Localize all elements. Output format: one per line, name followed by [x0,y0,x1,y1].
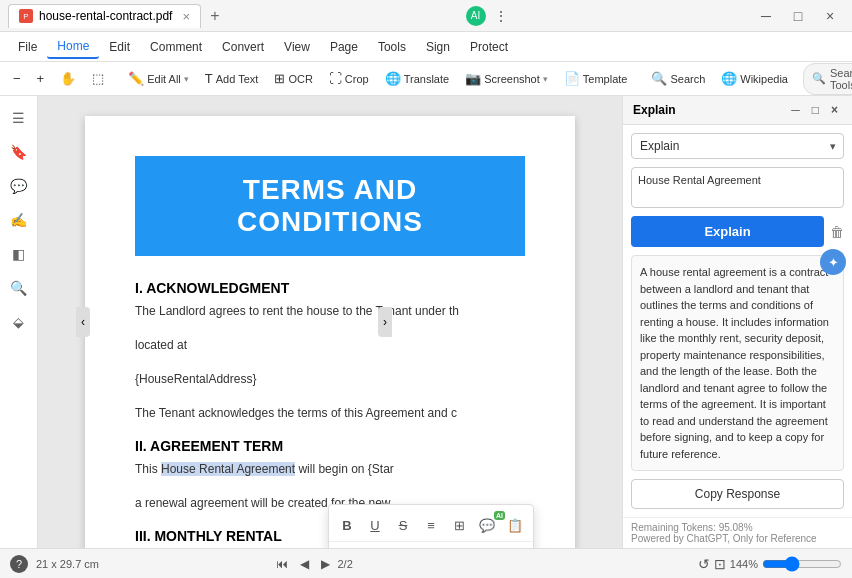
ocr-button[interactable]: ⊞ OCR [267,68,319,89]
panel-close-button[interactable]: × [827,102,842,118]
menu-home[interactable]: Home [47,35,99,59]
next-page-button[interactable]: ▶ [317,555,334,573]
close-window-button[interactable]: × [816,6,844,26]
powered-by: Powered by ChatGPT, Only for Reference [631,533,844,544]
tab-label: house-rental-contract.pdf [39,9,172,23]
crop-icon: ⛶ [329,71,342,86]
explain-button[interactable]: Explain [631,216,824,247]
search-tools-input[interactable]: 🔍 Search Tools [803,63,852,95]
ai-chat-button[interactable]: 💬 [475,513,499,537]
underline-button[interactable]: U [363,513,387,537]
chatgpt-icon: AI [466,6,486,26]
translate-icon: 🌐 [385,71,401,86]
explain-type-select[interactable]: Explain [631,133,844,159]
new-tab-button[interactable]: + [205,6,225,26]
menu-protect[interactable]: Protect [460,36,518,58]
sidebar-page-icon[interactable]: ☰ [5,104,33,132]
menu-sign[interactable]: Sign [416,36,460,58]
menu-bar: File Home Edit Comment Convert View Page… [0,32,852,62]
template-button[interactable]: 📄 Template [557,68,635,89]
bottom-bar: ? 21 x 29.7 cm ⏮ ◀ ▶ 2/2 ↺ ⊡ 144% [0,548,852,578]
sidebar-bookmark-icon[interactable]: 🔖 [5,138,33,166]
section2-body: This House Rental Agreement will begin o… [135,460,525,478]
first-page-button[interactable]: ⏮ [272,555,292,573]
add-text-icon: T [205,71,213,86]
menu-edit[interactable]: Edit [99,36,140,58]
template-icon: 📄 [564,71,580,86]
toolbar: − + ✋ ⬚ ✏️ Edit All ▾ T Add Text ⊞ OCR ⛶… [0,62,852,96]
crop-button[interactable]: ⛶ Crop [322,68,376,89]
sidebar-collapse-button[interactable]: ‹ [76,307,90,337]
copy-response-button[interactable]: Copy Response [631,479,844,509]
sidebar-comment-icon[interactable]: 💬 [5,172,33,200]
wikipedia-button[interactable]: 🌐 Wikipedia [714,68,795,89]
fit-page-button[interactable]: ⊡ [714,556,726,572]
hand-tool-button[interactable]: ✋ [53,68,83,89]
explain-action-row: Explain 🗑 [631,216,844,247]
sidebar-layer-icon[interactable]: ◧ [5,240,33,268]
menu-view[interactable]: View [274,36,320,58]
panel-collapse-button[interactable]: › [378,307,392,337]
edit-all-button[interactable]: ✏️ Edit All ▾ [121,68,196,89]
panel-footer: Remaining Tokens: 95.08% Powered by Chat… [623,517,852,548]
translate-button[interactable]: 🌐 Translate [378,68,456,89]
more-options-button[interactable]: ⋮ [490,6,512,26]
tab-close-icon[interactable]: × [182,9,190,24]
main-area: ☰ 🔖 💬 ✍ ◧ 🔍 ⬙ ‹ TERMS AND CONDITIONS I. … [0,96,852,548]
sidebar-layers-icon[interactable]: ⬙ [5,308,33,336]
menu-comment[interactable]: Comment [140,36,212,58]
panel-controls: ─ □ × [787,102,842,118]
strikethrough-button[interactable]: S [391,513,415,537]
zoom-out-button[interactable]: − [6,68,28,89]
help-button[interactable]: ? [10,555,28,573]
edit-all-icon: ✏️ [128,71,144,86]
document-tab[interactable]: P house-rental-contract.pdf × [8,4,201,28]
page-dimensions: 21 x 29.7 cm [36,558,99,570]
menu-tools[interactable]: Tools [368,36,416,58]
clear-button[interactable]: 🗑 [830,224,844,240]
menu-file[interactable]: File [8,36,47,58]
zoom-controls: ↺ ⊡ 144% [698,556,842,572]
tokens-remaining: Remaining Tokens: 95.08% [631,522,844,533]
window-controls: ─ □ × [752,6,844,26]
screenshot-icon: 📷 [465,71,481,86]
ai-assistant-button[interactable]: ✦ [820,249,846,275]
prev-page-button[interactable]: ◀ [296,555,313,573]
panel-minimize-button[interactable]: ─ [787,102,804,118]
context-menu: B U S ≡ ⊞ 💬 📋 Rewrite Proofread Explain … [328,504,534,548]
sidebar-search-icon[interactable]: 🔍 [5,274,33,302]
rotate-button[interactable]: ↺ [698,556,710,572]
section1-body: The Landlord agrees to rent the house to… [135,302,525,320]
sidebar-signature-icon[interactable]: ✍ [5,206,33,234]
document-title: TERMS AND CONDITIONS [135,156,525,256]
list-button[interactable]: ≡ [419,513,443,537]
explain-panel: Explain ─ □ × Explain Explain 🗑 A house … [622,96,852,548]
wikipedia-icon: 🌐 [721,71,737,86]
hand-icon: ✋ [60,71,76,86]
rewrite-option[interactable]: Rewrite [329,542,533,548]
minimize-button[interactable]: ─ [752,6,780,26]
address-placeholder: {HouseRentalAddress} [135,370,525,388]
zoom-slider[interactable] [762,556,842,572]
menu-page[interactable]: Page [320,36,368,58]
content-area: ‹ TERMS AND CONDITIONS I. ACKNOWLEDGMENT… [38,96,622,548]
explain-input[interactable] [631,167,844,208]
search-button[interactable]: 🔍 Search [644,68,712,89]
bold-button[interactable]: B [335,513,359,537]
menu-convert[interactable]: Convert [212,36,274,58]
select-tool-button[interactable]: ⬚ [85,68,111,89]
page-navigation: ⏮ ◀ ▶ 2/2 [272,555,353,573]
add-text-button[interactable]: T Add Text [198,68,266,89]
table-button[interactable]: ⊞ [447,513,471,537]
search-tools-icon: 🔍 [812,72,826,85]
explain-type-select-wrapper: Explain [631,133,844,159]
zoom-level: 144% [730,558,758,570]
select-icon: ⬚ [92,71,104,86]
panel-maximize-button[interactable]: □ [808,102,823,118]
maximize-button[interactable]: □ [784,6,812,26]
screenshot-button[interactable]: 📷 Screenshot ▾ [458,68,555,89]
clipboard-button[interactable]: 📋 [503,513,527,537]
section2-title: II. AGREEMENT TERM [135,438,525,454]
context-toolbar: B U S ≡ ⊞ 💬 📋 [329,509,533,542]
zoom-in-button[interactable]: + [30,68,52,89]
